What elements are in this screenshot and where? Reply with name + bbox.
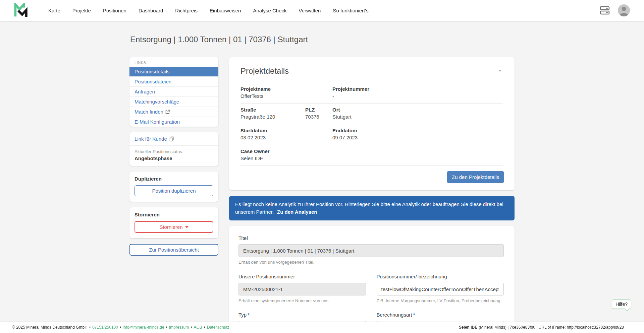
duplicate-card: Duplizieren Position duplizieren	[129, 172, 218, 202]
customer-link-label: Link für Kunde	[135, 136, 167, 142]
impressum-link[interactable]: Impressum	[169, 325, 189, 330]
nav-item-verwalten[interactable]: Verwalten	[299, 8, 321, 13]
enddatum-value: 09.07.2023	[332, 135, 503, 140]
sidebar: LINKS Positionsdetails Positionsdateien …	[129, 57, 218, 256]
project-details-title: Projektdetails	[240, 66, 289, 76]
status-label: Aktueller Positionsstatus:	[135, 149, 213, 154]
footer-user-details: (Mineral Minds) | 7ce360e83fb0 | URL of …	[479, 325, 624, 330]
nav-item-positionen[interactable]: Positionen	[103, 8, 126, 13]
external-link-icon	[165, 110, 170, 114]
customer-link-card: Link für Kunde Aktueller Positionsstatus…	[129, 132, 218, 166]
page-container: Entsorgung | 1.000 Tonnen | 01 | 70376 |…	[129, 0, 515, 333]
berechnungsart-label-text: Berechnungsart	[377, 312, 412, 318]
projektname-label: Projektname	[240, 86, 332, 92]
main-content: Projektdetails - Projektname OfferTests …	[229, 57, 515, 333]
main-navigation: Karte Projekte Positionen Dashboard Rich…	[48, 8, 369, 13]
unsere-positionsnummer-field: Unsere Positionsnummer Erhält eine syste…	[238, 274, 366, 303]
duplicate-header: Duplizieren	[135, 176, 213, 182]
plz-label: PLZ	[305, 107, 332, 113]
titel-field: Titel Erhält den von uns vorgegebenen Ti…	[238, 235, 504, 265]
sidebar-item-email-konfiguration[interactable]: E-Mail Konfiguration	[129, 117, 218, 127]
table-row: Straße Pragstraße 120 PLZ 70376 Ort Stut…	[240, 104, 503, 124]
sidebar-item-positionsdetails[interactable]: Positionsdetails	[129, 67, 218, 76]
nav-item-so-funktionierts[interactable]: So funktioniert's	[333, 8, 368, 13]
project-details-card: Projektdetails - Projektname OfferTests …	[229, 57, 515, 190]
nav-item-analyse-check[interactable]: Analyse Check	[253, 8, 286, 13]
position-form-card: Titel Erhält den von uns vorgegebenen Ti…	[229, 226, 515, 333]
nav-item-richtpreis[interactable]: Richtpreis	[175, 8, 198, 13]
page-header: Entsorgung | 1.000 Tonnen | 01 | 70376 |…	[129, 21, 515, 51]
separator: •	[120, 325, 121, 330]
sidebar-item-matchingvorschlaege[interactable]: Matchingvorschläge	[129, 96, 218, 107]
duplicate-position-button[interactable]: Position duplizieren	[135, 185, 213, 196]
user-avatar[interactable]	[618, 4, 630, 16]
cancel-button-label: Stornieren	[159, 224, 182, 230]
collapse-button[interactable]: -	[497, 66, 503, 74]
footer-user-info: Selen IDE(Mineral Minds) | 7ce360e83fb0 …	[459, 325, 624, 330]
to-analyses-link[interactable]: Zu den Analysen	[277, 209, 317, 215]
cancel-position-button[interactable]: Stornieren	[135, 221, 213, 233]
nav-item-dashboard[interactable]: Dashboard	[139, 8, 163, 13]
titel-label: Titel	[238, 235, 504, 241]
datenschutz-link[interactable]: Datenschutz	[207, 325, 229, 330]
titel-input	[238, 244, 504, 257]
unsere-positionsnummer-help: Erhält eine systemgenerierte Nummer von …	[238, 298, 366, 303]
server-icon[interactable]	[600, 6, 610, 15]
startdatum-value: 03.02.2023	[240, 135, 332, 140]
separator: •	[166, 325, 167, 330]
cancel-card: Stornieren Stornieren	[129, 207, 218, 238]
copy-icon	[169, 136, 174, 141]
berechnungsart-label: Berechnungsart*	[377, 312, 504, 318]
enddatum-label: Enddatum	[332, 128, 503, 133]
nav-item-einbauweisen[interactable]: Einbauweisen	[210, 8, 241, 13]
position-status-block: Aktueller Positionsstatus: Angebotsphase	[129, 146, 218, 166]
footer: © 2025 Mineral Minds Deutschland GmbH • …	[0, 322, 644, 333]
table-row: Projektname OfferTests Projektnummer -	[240, 83, 503, 104]
email-link[interactable]: info@mineral-minds.de	[123, 325, 164, 330]
sidebar-item-label: Match finden	[135, 109, 163, 115]
positionsnummer-label: Positionsnummer/-bezeichnung	[377, 274, 504, 279]
nav-item-projekte[interactable]: Projekte	[72, 8, 91, 13]
sidebar-item-anfragen[interactable]: Anfragen	[129, 86, 218, 96]
agb-link[interactable]: AGB	[194, 325, 202, 330]
copyright-text: © 2025 Mineral Minds Deutschland GmbH	[12, 325, 88, 330]
position-overview-button[interactable]: Zur Positionsübersicht	[129, 244, 218, 256]
table-row: Startdatum 03.02.2023 Enddatum 09.07.202…	[240, 124, 503, 145]
navbar-right	[600, 4, 630, 16]
links-card: LINKS Positionsdetails Positionsdateien …	[129, 57, 218, 127]
nav-item-karte[interactable]: Karte	[48, 8, 60, 13]
positionsnummer-field: Positionsnummer/-bezeichnung Z.B. Intern…	[377, 274, 504, 303]
avatar-body-icon	[620, 13, 628, 16]
top-navbar: Karte Projekte Positionen Dashboard Rich…	[0, 0, 644, 21]
case-owner-value: Selen IDE	[240, 155, 503, 161]
separator: •	[89, 325, 91, 330]
analytics-alert-banner: Es liegt noch keine Analytik zu Ihrer Po…	[229, 196, 515, 220]
status-value: Angebotsphase	[135, 155, 213, 161]
chevron-down-icon	[185, 226, 189, 228]
sidebar-item-match-finden[interactable]: Match finden	[129, 107, 218, 117]
typ-label-text: Typ	[238, 312, 247, 318]
sidebar-item-positionsdateien[interactable]: Positionsdateien	[129, 76, 218, 86]
projektname-value: OfferTests	[240, 93, 332, 99]
plz-value: 70376	[305, 114, 332, 120]
phone-link[interactable]: 07151/250100	[92, 325, 118, 330]
startdatum-label: Startdatum	[240, 128, 332, 133]
case-owner-label: Case Owner	[240, 148, 503, 154]
positionsnummer-input[interactable]	[377, 283, 504, 295]
customer-link[interactable]: Link für Kunde	[129, 132, 218, 146]
footer-user-name: Selen IDE	[459, 325, 477, 330]
positionsnummer-help: Z.B. Interne-Vorgangsnummer, LV-Position…	[377, 298, 504, 303]
help-button[interactable]: Hilfe?	[612, 299, 631, 309]
projektnummer-value: -	[332, 93, 503, 99]
footer-left: © 2025 Mineral Minds Deutschland GmbH • …	[12, 325, 229, 330]
ort-label: Ort	[332, 107, 503, 113]
unsere-positionsnummer-input	[238, 283, 366, 295]
sidebar-links: Positionsdetails Positionsdateien Anfrag…	[129, 67, 218, 127]
alert-text: Es liegt noch keine Analytik zu Ihrer Po…	[235, 201, 503, 215]
table-row: Case Owner Selen IDE	[240, 145, 503, 166]
mineral-minds-logo-icon[interactable]	[14, 3, 31, 18]
avatar-head-icon	[622, 7, 626, 11]
unsere-positionsnummer-label: Unsere Positionsnummer	[238, 274, 366, 279]
to-project-details-button[interactable]: Zu den Projektdetails	[447, 171, 504, 183]
ort-value: Stuttgart	[332, 114, 503, 120]
